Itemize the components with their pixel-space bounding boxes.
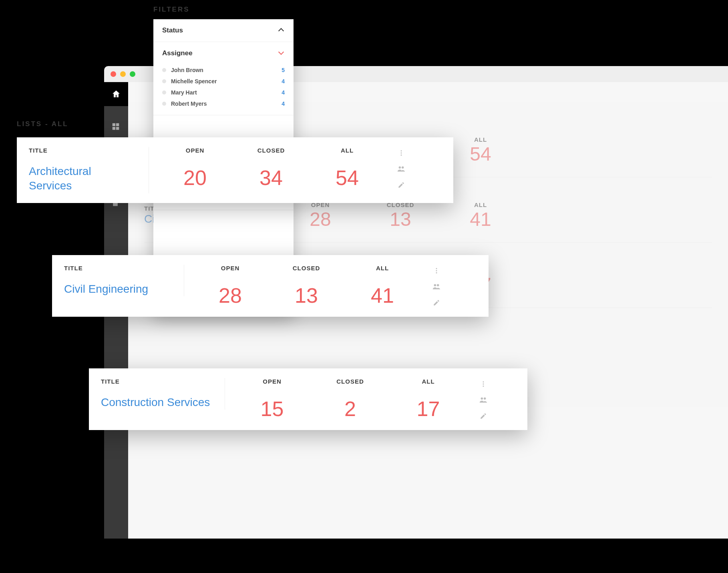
- assignee-name: John Brown: [171, 67, 282, 73]
- chevron-down-icon: [278, 50, 285, 56]
- svg-point-4: [402, 167, 404, 169]
- bullet-icon: [162, 102, 166, 106]
- open-count: 28: [192, 282, 268, 306]
- bullet-icon: [162, 79, 166, 83]
- window-minimize-dot[interactable]: [120, 71, 126, 77]
- svg-point-12: [483, 386, 484, 387]
- lists-section-label: LISTS - ALL: [17, 120, 68, 128]
- bullet-icon: [162, 90, 166, 94]
- filter-status-section: Status: [153, 19, 294, 42]
- closed-count: 13: [268, 282, 344, 306]
- more-icon[interactable]: [479, 380, 488, 388]
- window-zoom-dot[interactable]: [130, 71, 135, 77]
- col-open-header: OPEN: [192, 265, 268, 271]
- svg-point-0: [401, 150, 402, 151]
- col-open-header: OPEN: [157, 147, 233, 154]
- svg-point-3: [399, 167, 401, 169]
- col-title-header: TITLE: [101, 378, 213, 385]
- svg-point-2: [401, 155, 402, 156]
- chevron-up-icon: [278, 27, 285, 34]
- assignee-count: 4: [282, 78, 285, 84]
- people-icon[interactable]: [432, 282, 441, 291]
- assignee-name: Michelle Spencer: [171, 78, 282, 84]
- col-title-header: TITLE: [29, 147, 137, 154]
- all-count: 54: [309, 164, 385, 188]
- svg-point-6: [436, 270, 437, 271]
- col-open-header: OPEN: [233, 378, 311, 385]
- filter-assignee-label: Assignee: [162, 49, 193, 57]
- assignee-name: Mary Hart: [171, 89, 282, 96]
- list-card-civil: TITLE Civil Engineering OPEN28 CLOSED13 …: [52, 255, 489, 317]
- list-card-construction: TITLE Construction Services OPEN15 CLOSE…: [89, 368, 527, 430]
- grid-icon[interactable]: [111, 122, 121, 132]
- assignee-row[interactable]: Michelle Spencer 4: [162, 76, 285, 87]
- assignee-name: Robert Myers: [171, 101, 282, 107]
- list-title-link[interactable]: Civil Engineering: [64, 283, 148, 295]
- assignee-row[interactable]: John Brown 5: [162, 64, 285, 76]
- col-all-header: ALL: [344, 265, 420, 271]
- filter-assignee-section: Assignee John Brown 5 Michelle Spencer 4…: [153, 42, 294, 115]
- list-title-link[interactable]: Architectural Services: [29, 165, 91, 192]
- list-card-architectural: TITLE Architectural Services OPEN20 CLOS…: [17, 137, 453, 203]
- svg-point-11: [483, 384, 484, 385]
- more-icon[interactable]: [397, 149, 406, 157]
- col-all-header: ALL: [309, 147, 385, 154]
- svg-point-13: [481, 398, 483, 400]
- svg-point-1: [401, 153, 402, 154]
- filter-assignee-body: John Brown 5 Michelle Spencer 4 Mary Har…: [153, 64, 294, 115]
- closed-count: 34: [233, 164, 309, 188]
- all-count: 41: [344, 282, 420, 306]
- window-close-dot[interactable]: [111, 71, 116, 77]
- more-icon[interactable]: [432, 266, 441, 275]
- svg-point-8: [434, 284, 436, 287]
- col-closed-header: CLOSED: [268, 265, 344, 271]
- filter-status-label: Status: [162, 26, 183, 34]
- col-closed-header: CLOSED: [233, 147, 309, 154]
- edit-icon[interactable]: [479, 412, 488, 420]
- assignee-count: 4: [282, 101, 285, 107]
- assignee-count: 5: [282, 67, 285, 73]
- svg-point-5: [436, 268, 437, 269]
- assignee-row[interactable]: Mary Hart 4: [162, 87, 285, 98]
- filter-assignee-header[interactable]: Assignee: [153, 42, 294, 64]
- list-title-link[interactable]: Construction Services: [101, 396, 210, 408]
- bullet-icon: [162, 68, 166, 72]
- svg-point-9: [437, 284, 439, 287]
- svg-point-10: [483, 381, 484, 382]
- filter-status-header[interactable]: Status: [153, 19, 294, 42]
- edit-icon[interactable]: [432, 298, 441, 307]
- assignee-row[interactable]: Robert Myers 4: [162, 98, 285, 109]
- col-all-header: ALL: [389, 378, 467, 385]
- col-closed-header: CLOSED: [311, 378, 389, 385]
- col-title-header: TITLE: [64, 265, 172, 271]
- all-count: 17: [389, 395, 467, 419]
- filters-section-label: FILTERS: [153, 6, 190, 14]
- svg-point-14: [484, 398, 486, 400]
- open-count: 15: [233, 395, 311, 419]
- closed-count: 2: [311, 395, 389, 419]
- people-icon[interactable]: [479, 396, 488, 404]
- svg-point-7: [436, 272, 437, 273]
- open-count: 20: [157, 164, 233, 188]
- home-icon[interactable]: [111, 89, 121, 99]
- people-icon[interactable]: [397, 165, 406, 173]
- assignee-count: 4: [282, 89, 285, 96]
- edit-icon[interactable]: [397, 181, 406, 189]
